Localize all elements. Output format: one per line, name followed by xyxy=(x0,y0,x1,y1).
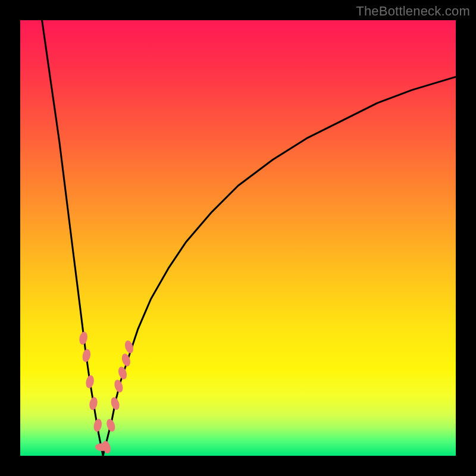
gradient-background xyxy=(20,20,456,456)
watermark-text: TheBottleneck.com xyxy=(356,4,470,19)
chart-svg xyxy=(20,20,456,456)
plot-area xyxy=(20,20,456,456)
outer-frame: TheBottleneck.com xyxy=(0,0,476,476)
